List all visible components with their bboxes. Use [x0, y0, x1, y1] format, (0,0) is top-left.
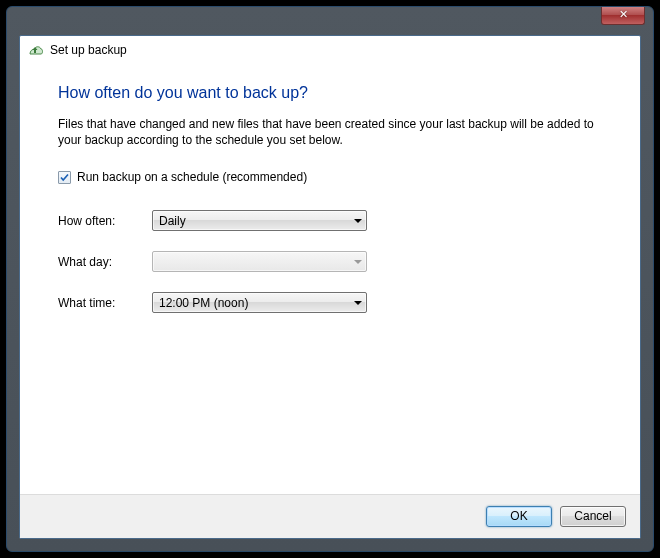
chevron-down-icon: [354, 219, 362, 223]
window-header: Set up backup: [20, 36, 640, 62]
titlebar: ✕: [13, 13, 647, 35]
chevron-down-icon: [354, 301, 362, 305]
combo-what-time-value: 12:00 PM (noon): [159, 296, 248, 310]
backup-icon: [28, 42, 44, 58]
row-what-day: What day:: [58, 251, 602, 272]
row-how-often: How often: Daily: [58, 210, 602, 231]
combo-what-day: [152, 251, 367, 272]
close-button[interactable]: ✕: [601, 7, 645, 25]
ok-button[interactable]: OK: [486, 506, 552, 527]
label-what-day: What day:: [58, 255, 152, 269]
combo-what-time[interactable]: 12:00 PM (noon): [152, 292, 367, 313]
dialog-footer: OK Cancel: [20, 494, 640, 538]
schedule-checkbox[interactable]: [58, 171, 71, 184]
page-heading: How often do you want to back up?: [58, 84, 602, 102]
combo-how-often-value: Daily: [159, 214, 186, 228]
label-how-often: How often:: [58, 214, 152, 228]
checkmark-icon: [59, 172, 70, 183]
page-description: Files that have changed and new files th…: [58, 116, 602, 148]
schedule-checkbox-label: Run backup on a schedule (recommended): [77, 170, 307, 184]
schedule-checkbox-row: Run backup on a schedule (recommended): [58, 170, 602, 184]
window-title: Set up backup: [50, 43, 127, 57]
chevron-down-icon: [354, 260, 362, 264]
cancel-button[interactable]: Cancel: [560, 506, 626, 527]
content-area: How often do you want to back up? Files …: [20, 62, 640, 494]
dialog-window: ✕ Set up backup How often do you want to…: [6, 6, 654, 552]
combo-how-often[interactable]: Daily: [152, 210, 367, 231]
row-what-time: What time: 12:00 PM (noon): [58, 292, 602, 313]
client-area: Set up backup How often do you want to b…: [19, 35, 641, 539]
label-what-time: What time:: [58, 296, 152, 310]
